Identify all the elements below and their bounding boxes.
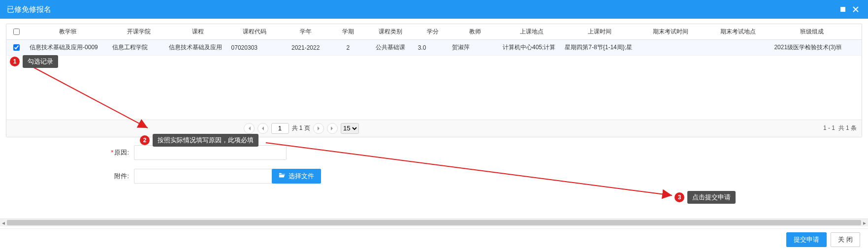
cell-code: 07020303 <box>229 40 280 56</box>
row-checkbox[interactable] <box>13 44 20 51</box>
th-code: 课程代码 <box>229 24 280 40</box>
scroll-thumb[interactable] <box>7 220 861 225</box>
footer-bar: 提交申请 关 闭 <box>0 228 868 250</box>
cell-term: 2 <box>331 40 365 56</box>
cell-class: 信息技术基础及应用-0009 <box>26 40 110 56</box>
pagination-bar: 共 1 页 15 1 - 1 共 1 条 <box>6 120 862 137</box>
minimize-icon[interactable] <box>837 4 848 15</box>
th-term: 学期 <box>331 24 365 40</box>
table-row[interactable]: 信息技术基础及应用-0009 信息工程学院 信息技术基础及应用 07020303… <box>6 40 862 56</box>
th-group: 班级组成 <box>772 24 851 40</box>
th-time: 上课时间 <box>563 24 636 40</box>
title-bar: 已修免修报名 <box>0 0 868 19</box>
cell-examloc <box>705 40 772 56</box>
close-icon[interactable] <box>850 4 861 15</box>
cell-time: 星期四第7-8节{1-14周};星 <box>563 40 636 56</box>
reason-label: *原因: <box>6 148 134 157</box>
cell-credit: 3.0 <box>416 40 450 56</box>
page-last-icon[interactable] <box>327 123 338 134</box>
page-number-input[interactable] <box>271 123 289 134</box>
th-class: 教学班 <box>26 24 110 40</box>
th-scroll <box>851 24 862 40</box>
data-table: 教学班 开课学院 课程 课程代码 学年 学期 课程类别 学分 教师 上课地点 上… <box>6 24 862 137</box>
th-credit: 学分 <box>416 24 450 40</box>
cell-college: 信息工程学院 <box>110 40 167 56</box>
select-all-checkbox[interactable] <box>13 29 20 35</box>
choose-file-button[interactable]: 选择文件 <box>272 169 321 184</box>
page-next-icon[interactable] <box>313 123 324 134</box>
page-prev-icon[interactable] <box>257 123 268 134</box>
th-course: 课程 <box>167 24 229 40</box>
cell-course: 信息技术基础及应用 <box>167 40 229 56</box>
svg-rect-0 <box>840 7 845 12</box>
th-year: 学年 <box>280 24 331 40</box>
submit-button[interactable]: 提交申请 <box>786 232 827 247</box>
cell-loc: 计算机中心405;计算 <box>501 40 563 56</box>
th-college: 开课学院 <box>110 24 167 40</box>
cell-group: 2021级医学检验技术(3)班 <box>772 40 851 56</box>
page-range-info: 1 - 1 共 1 条 <box>823 124 857 132</box>
folder-open-icon <box>279 172 286 180</box>
horizontal-scrollbar[interactable]: ◂ ▸ <box>0 219 868 226</box>
th-type: 课程类别 <box>365 24 416 40</box>
reason-input[interactable] <box>134 145 287 160</box>
th-loc: 上课地点 <box>501 24 563 40</box>
cell-teacher: 贺淑萍 <box>450 40 501 56</box>
th-examloc: 期末考试地点 <box>705 24 772 40</box>
cell-year: 2021-2022 <box>280 40 331 56</box>
cell-type: 公共基础课 <box>365 40 416 56</box>
scroll-left-icon[interactable]: ◂ <box>0 219 7 226</box>
attachment-label: 附件: <box>6 172 134 181</box>
page-total-label: 共 1 页 <box>292 124 310 132</box>
window-title: 已修免修报名 <box>7 5 836 14</box>
page-size-select[interactable]: 15 <box>341 123 359 134</box>
close-button[interactable]: 关 闭 <box>831 232 860 247</box>
page-first-icon[interactable] <box>244 123 255 134</box>
table-header-row: 教学班 开课学院 课程 课程代码 学年 学期 课程类别 学分 教师 上课地点 上… <box>6 24 862 40</box>
attachment-path-input[interactable] <box>134 169 272 184</box>
scroll-right-icon[interactable]: ▸ <box>861 219 868 226</box>
cell-examtime <box>637 40 705 56</box>
th-teacher: 教师 <box>450 24 501 40</box>
th-examtime: 期末考试时间 <box>637 24 705 40</box>
